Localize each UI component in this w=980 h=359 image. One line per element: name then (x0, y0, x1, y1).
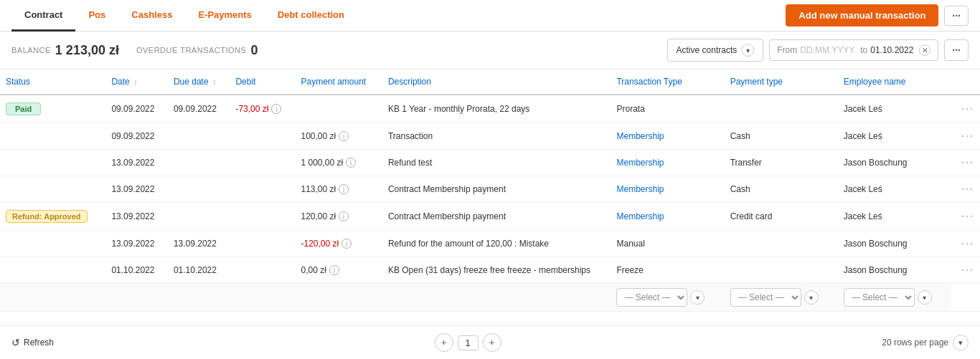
row-6-actions[interactable]: ··· (951, 95, 980, 123)
amount-info-icon[interactable]: i (339, 184, 349, 194)
tab-cashless[interactable]: Cashless (118, 0, 185, 32)
amount-info-icon[interactable]: i (341, 239, 352, 249)
refresh-icon: ↺ (11, 337, 20, 348)
row-3-payment-type: Cash (725, 176, 838, 203)
row-1-status (0, 231, 105, 257)
table-footer: ↺ Refresh ＋ 1 ＋ 20 rows per page ▾ (0, 325, 980, 359)
tab-pos[interactable]: Pos (75, 0, 118, 32)
row-4-due-date (168, 150, 230, 176)
row-3-description: Contract Membership payment (382, 176, 611, 203)
refresh-button[interactable]: ↺ Refresh (11, 337, 54, 348)
row-3-actions[interactable]: ··· (951, 176, 980, 203)
rows-per-page: 20 rows per page ▾ (882, 335, 969, 350)
col-header-due_date[interactable]: Due date ↕ (168, 70, 230, 95)
row-1-actions[interactable]: ··· (951, 231, 980, 257)
col-header-debit: Debit (230, 70, 295, 95)
table-row: 13.09.20221 000,00 złiRefund testMembers… (0, 150, 980, 176)
page-next-button[interactable]: ＋ (483, 333, 501, 352)
row-3-debit (230, 176, 295, 203)
transaction-type-filter[interactable]: — Select — (616, 288, 687, 307)
overdue-label: OVERDUE TRANSACTIONS (136, 46, 246, 54)
col-header-employee_name: Employee name (838, 70, 951, 95)
employee-name-filter[interactable]: — Select — (844, 288, 915, 307)
amount-info-icon[interactable]: i (329, 265, 339, 275)
row-3-date: 13.09.2022 (105, 176, 168, 203)
clear-date-button[interactable]: ✕ (919, 44, 930, 56)
row-menu-button[interactable]: ··· (961, 103, 974, 115)
sort-icon-date: ↕ (132, 78, 138, 86)
row-2-transaction-type[interactable]: Membership (611, 203, 724, 231)
balance-label: BALANCE (11, 46, 51, 54)
row-5-payment-amount: 100,00 złi (295, 123, 382, 150)
row-0-description: KB Open (31 days) freeze free freeze - m… (382, 257, 611, 284)
table-row: 09.09.2022100,00 złiTransactionMembershi… (0, 123, 980, 150)
row-1-description: Refund for the amount of 120,00 : Mistak… (382, 231, 611, 257)
row-1-employee-name: Jason Boschung (838, 231, 951, 257)
date-value[interactable]: 01.10.2022 (870, 45, 913, 55)
overdue-value: 0 (250, 43, 258, 58)
row-5-payment-type: Cash (725, 123, 838, 150)
debit-info-icon[interactable]: i (271, 104, 281, 114)
row-menu-button[interactable]: ··· (961, 238, 974, 249)
rows-per-page-down[interactable]: ▾ (953, 335, 969, 350)
row-4-status (0, 150, 105, 176)
row-menu-button[interactable]: ··· (961, 157, 974, 168)
row-menu-button[interactable]: ··· (961, 211, 974, 222)
row-2-due-date (168, 203, 230, 231)
row-menu-button[interactable]: ··· (961, 130, 974, 142)
row-2-description: Contract Membership payment (382, 203, 611, 231)
col-header-date[interactable]: Date ↕ (105, 70, 168, 95)
row-4-payment-type: Transfer (725, 150, 838, 176)
amount-info-icon[interactable]: i (339, 131, 349, 141)
date-placeholder[interactable]: DD.MM.YYYY (800, 45, 854, 55)
filter-more-button[interactable]: ··· (944, 39, 969, 61)
row-6-due-date: 09.09.2022 (168, 95, 230, 123)
tab-debt_collection[interactable]: Debt collection (265, 0, 357, 32)
add-transaction-button[interactable]: Add new manual transaction (786, 4, 938, 27)
to-label: to (860, 45, 867, 55)
row-1-date: 13.09.2022 (105, 231, 168, 257)
row-0-debit (230, 257, 295, 284)
payment-type-filter-down[interactable]: ▾ (804, 290, 819, 305)
amount-info-icon[interactable]: i (339, 211, 349, 221)
more-options-button[interactable]: ··· (944, 6, 969, 26)
row-2-date: 13.09.2022 (105, 203, 168, 231)
col-header-transaction_type: Transaction Type (611, 70, 724, 95)
transactions-table-wrap: StatusDate ↕Due date ↕DebitPayment amoun… (0, 70, 980, 312)
row-0-actions[interactable]: ··· (951, 257, 980, 284)
row-2-actions[interactable]: ··· (951, 203, 980, 231)
row-6-debit: -73,00 złi (230, 95, 295, 123)
row-3-payment-amount: 113,00 złi (295, 176, 382, 203)
row-0-due-date: 01.10.2022 (168, 257, 230, 284)
table-row: Refund: Approved13.09.2022120,00 złiCont… (0, 203, 980, 231)
amount-info-icon[interactable]: i (346, 158, 356, 168)
tab-contract[interactable]: Contract (11, 0, 75, 32)
row-0-date: 01.10.2022 (105, 257, 168, 284)
row-5-actions[interactable]: ··· (951, 123, 980, 150)
row-6-status: Paid (0, 95, 105, 123)
transaction-type-filter-down[interactable]: ▾ (690, 290, 705, 305)
row-4-actions[interactable]: ··· (951, 150, 980, 176)
col-header-description: Description (382, 70, 611, 95)
row-1-transaction-type: Manual (611, 231, 724, 257)
employee-name-filter-down[interactable]: ▾ (918, 290, 932, 305)
row-1-due-date: 13.09.2022 (168, 231, 230, 257)
filter-row: — Select — ▾ — Select — ▾ (0, 284, 980, 312)
active-contracts-filter[interactable]: Active contracts ▾ (667, 39, 764, 62)
page-prev-button[interactable]: ＋ (435, 333, 453, 352)
table-row: 13.09.2022113,00 złiContract Membership … (0, 176, 980, 203)
row-2-payment-amount: 120,00 złi (295, 203, 382, 231)
row-2-payment-type: Credit card (725, 203, 838, 231)
row-3-employee-name: Jacek Leś (838, 176, 951, 203)
row-3-transaction-type[interactable]: Membership (611, 176, 724, 203)
row-menu-button[interactable]: ··· (961, 183, 974, 195)
row-4-transaction-type[interactable]: Membership (611, 150, 724, 176)
payment-type-filter[interactable]: — Select — (730, 288, 801, 307)
row-5-transaction-type[interactable]: Membership (611, 123, 724, 150)
row-0-status (0, 257, 105, 284)
tab-epayments[interactable]: E-Payments (185, 0, 264, 32)
row-2-status: Refund: Approved (0, 203, 105, 231)
row-menu-button[interactable]: ··· (961, 264, 974, 276)
row-3-due-date (168, 176, 230, 203)
page-current: 1 (458, 335, 479, 350)
